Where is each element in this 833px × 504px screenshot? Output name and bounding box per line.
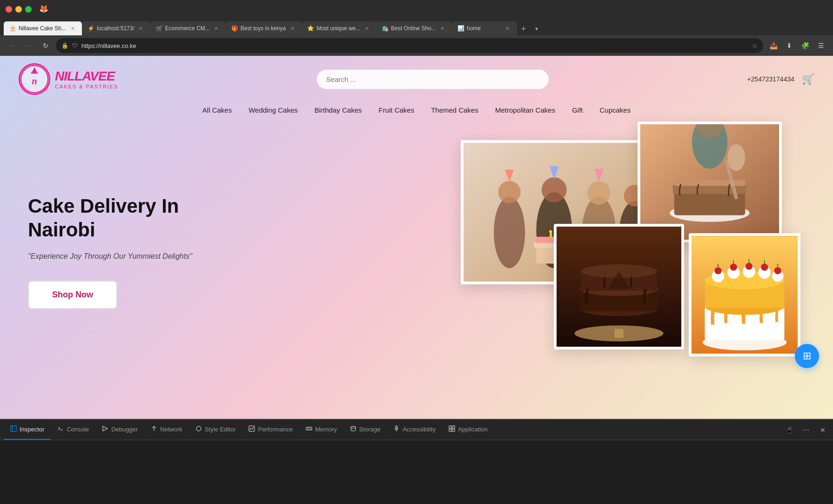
debugger-label: Debugger — [111, 426, 138, 433]
storage-icon — [350, 425, 356, 433]
maximize-button[interactable] — [25, 6, 32, 13]
tab-list-dropdown[interactable]: ▾ — [530, 22, 543, 35]
hero-section: Cake Delivery In Nairobi "Experience Joy… — [0, 121, 833, 382]
svg-point-77 — [351, 426, 356, 428]
minimize-button[interactable] — [15, 6, 22, 13]
svg-point-56 — [714, 267, 721, 274]
tab-close-nillavee[interactable]: ✕ — [69, 25, 76, 32]
tab-home[interactable]: 📊 home ✕ — [452, 21, 517, 35]
devtools-tab-accessibility[interactable]: Accessibility — [387, 420, 442, 440]
floating-action-button[interactable]: ⊞ — [795, 344, 819, 368]
header-search[interactable] — [316, 69, 549, 89]
nav-themed-cakes[interactable]: Themed Cakes — [431, 106, 478, 114]
nav-wedding-cakes[interactable]: Wedding Cakes — [249, 106, 298, 114]
tab-favicon-home: 📊 — [457, 25, 464, 32]
console-label: Console — [67, 426, 89, 433]
reload-button[interactable]: ↻ — [39, 39, 52, 52]
devtools-tab-console[interactable]: Console — [51, 420, 95, 440]
svg-rect-37 — [614, 329, 623, 338]
performance-label: Performance — [258, 426, 292, 433]
style-editor-label: Style Editor — [205, 426, 235, 433]
devtools-tab-inspector[interactable]: Inspector — [4, 420, 51, 440]
memory-icon — [306, 425, 312, 433]
tab-close-ecommerce[interactable]: ✕ — [213, 25, 220, 32]
tab-close-unique[interactable]: ✕ — [363, 25, 370, 32]
downloads-icon[interactable]: ⬇ — [783, 39, 796, 52]
svg-marker-69 — [103, 426, 107, 431]
new-tab-button[interactable]: + — [517, 22, 530, 35]
svg-rect-84 — [449, 429, 451, 431]
console-icon — [57, 425, 64, 433]
phone-number: +254723174434 — [747, 75, 794, 83]
search-input[interactable] — [316, 69, 549, 89]
url-text[interactable]: https://nillavee.co.ke — [81, 42, 748, 49]
nav-cupcakes[interactable]: Cupcakes — [599, 106, 631, 114]
responsive-design-button[interactable]: 📱 — [783, 423, 796, 437]
devtools-tab-performance[interactable]: Performance — [242, 420, 299, 440]
svg-rect-85 — [452, 429, 455, 431]
svg-marker-1 — [32, 67, 37, 72]
svg-rect-82 — [449, 426, 451, 428]
tab-localhost[interactable]: ⚡ localhost:5173/ ✕ — [82, 21, 150, 35]
shop-now-button[interactable]: Shop Now — [28, 281, 117, 309]
tab-title-online-shop: Best Online Sho... — [391, 25, 436, 32]
tab-favicon-nillavee: 🎂 — [9, 25, 16, 32]
svg-point-6 — [494, 196, 525, 268]
close-button[interactable] — [6, 6, 12, 13]
address-bar[interactable]: 🔒 🛡 https://nillavee.co.ke ☆ — [56, 38, 763, 53]
inspector-icon — [10, 425, 17, 433]
fab-grid-icon: ⊞ — [803, 350, 811, 362]
nav-birthday-cakes[interactable]: Birthday Cakes — [315, 106, 362, 114]
tab-nillavee[interactable]: 🎂 Nillavee Cake Sh... ✕ — [4, 21, 82, 35]
devtools-tab-network[interactable]: Network — [144, 420, 189, 440]
logo-area[interactable]: n NILLAVEE Cakes & Pastries — [19, 63, 118, 95]
devtools-tab-application[interactable]: Application — [442, 420, 494, 440]
nav-metropolitan-cakes[interactable]: Metropolitan Cakes — [495, 106, 555, 114]
tab-online-shop[interactable]: 🛍️ Best Online Sho... ✕ — [376, 21, 452, 35]
traffic-lights — [6, 6, 32, 13]
tab-close-home[interactable]: ✕ — [504, 25, 511, 32]
svg-rect-2 — [31, 72, 38, 74]
nav-gift[interactable]: Gift — [572, 106, 583, 114]
tab-close-online-shop[interactable]: ✕ — [439, 25, 446, 32]
svg-point-60 — [774, 267, 781, 274]
devtools-close-button[interactable]: ✕ — [816, 423, 829, 437]
forward-button[interactable]: → — [22, 39, 35, 52]
tab-title-nillavee: Nillavee Cake Sh... — [19, 25, 66, 32]
svg-point-58 — [746, 263, 752, 270]
tab-toys[interactable]: 🎁 Best toys in kenya ✕ — [226, 21, 302, 35]
tab-close-localhost[interactable]: ✕ — [137, 25, 145, 32]
nav-all-cakes[interactable]: All Cakes — [202, 106, 232, 114]
tab-close-toys[interactable]: ✕ — [289, 25, 296, 32]
bookmark-star-icon[interactable]: ☆ — [752, 42, 758, 49]
pocket-icon[interactable]: 📥 — [767, 39, 780, 52]
logo-icon: n — [19, 63, 50, 95]
svg-point-11 — [587, 181, 611, 205]
devtools-tab-style-editor[interactable]: Style Editor — [189, 420, 242, 440]
tab-title-home: home — [467, 25, 501, 32]
extensions-icon[interactable]: 🧩 — [799, 39, 812, 52]
back-button[interactable]: ← — [6, 39, 19, 52]
svg-point-7 — [498, 181, 521, 203]
svg-text:n: n — [32, 76, 37, 86]
site-header: n NILLAVEE Cakes & Pastries +25472317443… — [0, 56, 833, 102]
tab-ecommerce[interactable]: 🛒 Ecommerce CM... ✕ — [150, 21, 226, 35]
devtools-tab-storage[interactable]: Storage — [343, 420, 387, 440]
navigation-bar: ← → ↻ 🔒 🛡 https://nillavee.co.ke ☆ 📥 ⬇ 🧩… — [0, 35, 833, 56]
nav-fruit-cakes[interactable]: Fruit Cakes — [379, 106, 415, 114]
cart-icon[interactable]: 🛒 — [802, 73, 814, 85]
application-icon — [449, 425, 455, 433]
svg-point-31 — [727, 144, 745, 171]
shield-icon: 🛡 — [72, 42, 78, 49]
devtools-right-actions: 📱 ⋯ ✕ — [783, 423, 829, 437]
devtools-tab-debugger[interactable]: Debugger — [95, 420, 144, 440]
menu-icon[interactable]: ☰ — [814, 39, 827, 52]
devtools-more-button[interactable]: ⋯ — [799, 423, 813, 437]
tab-unique[interactable]: ⭐ Most unique we... ✕ — [302, 21, 376, 35]
inspector-label: Inspector — [20, 426, 44, 433]
svg-point-22 — [549, 230, 552, 233]
tab-title-ecommerce: Ecommerce CM... — [165, 25, 210, 32]
network-icon — [151, 425, 157, 433]
title-bar: 🦊 — [0, 0, 833, 19]
devtools-tab-memory[interactable]: Memory — [299, 420, 343, 440]
